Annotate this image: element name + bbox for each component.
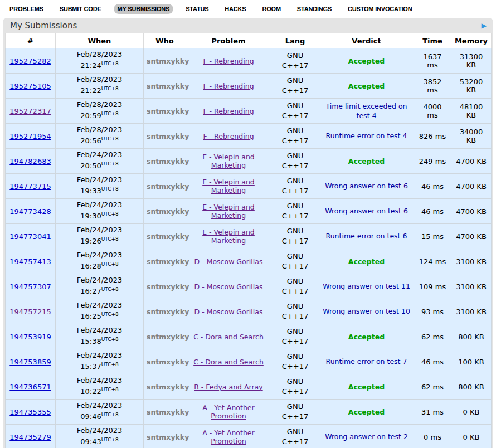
when-text: Feb/24/202319:30UTC+8 bbox=[59, 200, 140, 222]
submission-link[interactable]: 194773041 bbox=[9, 232, 51, 241]
memory-cell: 100 KB bbox=[451, 349, 492, 374]
when-text: Feb/28/202320:59UTC+8 bbox=[59, 100, 140, 121]
nav-item-custom-invocation[interactable]: CUSTOM INVOCATION bbox=[344, 4, 416, 14]
submission-link[interactable]: 194773715 bbox=[9, 182, 51, 191]
memory-cell: 0 KB bbox=[451, 400, 492, 425]
submission-link[interactable]: 194753919 bbox=[9, 333, 51, 341]
user-link[interactable]: sntmxykky bbox=[147, 257, 189, 266]
nav-item-standings[interactable]: STANDINGS bbox=[293, 4, 335, 14]
nav-item-problems[interactable]: PROBLEMS bbox=[6, 4, 47, 14]
problem-link[interactable]: B - Fedya and Array bbox=[194, 383, 262, 391]
user-link[interactable]: sntmxykky bbox=[147, 182, 189, 191]
table-row: 194782683Feb/24/202320:50UTC+8sntmxykkyE… bbox=[6, 149, 492, 174]
submission-id-cell: 194757215 bbox=[6, 299, 56, 324]
memory-cell: 4700 KB bbox=[451, 224, 492, 249]
problem-link[interactable]: C - Dora and Search bbox=[193, 358, 264, 366]
problem-link[interactable]: F - Rebrending bbox=[203, 132, 254, 140]
when-cell: Feb/24/202309:46UTC+8 bbox=[56, 400, 144, 425]
when-text: Feb/28/202321:22UTC+8 bbox=[59, 75, 140, 96]
verdict-text: Accepted bbox=[348, 157, 385, 165]
user-link[interactable]: sntmxykky bbox=[147, 333, 189, 341]
lang-cell: GNU C++17 bbox=[271, 374, 319, 400]
user-link[interactable]: sntmxykky bbox=[147, 383, 189, 391]
submission-link[interactable]: 194757307 bbox=[9, 283, 51, 291]
user-link[interactable]: sntmxykky bbox=[147, 132, 189, 140]
problem-link[interactable]: F - Rebrending bbox=[203, 57, 254, 65]
expand-arrow-icon[interactable]: ▶ bbox=[482, 22, 487, 30]
verdict-text: Accepted bbox=[348, 57, 385, 65]
who-cell: sntmxykky bbox=[144, 400, 186, 425]
user-link[interactable]: sntmxykky bbox=[147, 408, 189, 416]
nav-item-room[interactable]: ROOM bbox=[258, 4, 284, 14]
problem-link[interactable]: D - Moscow Gorillas bbox=[194, 308, 263, 316]
verdict-cell: Accepted bbox=[319, 400, 414, 425]
problem-cell: F - Rebrending bbox=[186, 74, 271, 99]
problem-link[interactable]: D - Moscow Gorillas bbox=[194, 283, 263, 291]
when-text: Feb/24/202319:33UTC+8 bbox=[59, 175, 140, 197]
submission-id-cell: 195271954 bbox=[6, 124, 56, 149]
submission-link[interactable]: 195275282 bbox=[9, 57, 51, 65]
table-row: 194757307Feb/24/202316:27UTC+8sntmxykkyD… bbox=[6, 274, 492, 299]
submission-link[interactable]: 194753859 bbox=[9, 358, 51, 366]
verdict-cell: Accepted bbox=[319, 249, 414, 274]
lang-cell: GNU C++17 bbox=[271, 274, 319, 299]
when-text: Feb/28/202320:56UTC+8 bbox=[59, 125, 140, 147]
problem-cell: E - Velepin and Marketing bbox=[186, 174, 271, 199]
submission-link[interactable]: 194736571 bbox=[9, 383, 51, 391]
problem-link[interactable]: D - Moscow Gorillas bbox=[194, 257, 263, 266]
time-cell: 109 ms bbox=[414, 274, 451, 299]
lang-cell: GNU C++17 bbox=[271, 149, 319, 174]
verdict-cell: Wrong answer on test 11 bbox=[319, 274, 414, 299]
problem-link[interactable]: E - Velepin and Marketing bbox=[202, 228, 255, 245]
time-cell: 93 ms bbox=[414, 299, 451, 324]
verdict-cell: Accepted bbox=[319, 324, 414, 349]
submission-link[interactable]: 195272317 bbox=[9, 107, 51, 115]
submission-link[interactable]: 195275105 bbox=[9, 82, 51, 90]
when-cell: Feb/28/202320:59UTC+8 bbox=[56, 99, 144, 124]
submission-link[interactable]: 194782683 bbox=[9, 157, 51, 165]
when-cell: Feb/24/202319:30UTC+8 bbox=[56, 199, 144, 224]
nav-item-submit-code[interactable]: SUBMIT CODE bbox=[56, 4, 105, 14]
verdict-text: Accepted bbox=[348, 383, 385, 391]
user-link[interactable]: sntmxykky bbox=[147, 107, 189, 115]
memory-cell: 53200 KB bbox=[451, 74, 492, 99]
memory-cell: 4700 KB bbox=[451, 174, 492, 199]
problem-link[interactable]: C - Dora and Search bbox=[193, 333, 264, 341]
problem-link[interactable]: E - Velepin and Marketing bbox=[202, 178, 255, 194]
memory-cell: 800 KB bbox=[451, 324, 492, 349]
time-cell: 46 ms bbox=[414, 349, 451, 374]
problem-link[interactable]: F - Rebrending bbox=[203, 82, 254, 90]
user-link[interactable]: sntmxykky bbox=[147, 157, 189, 165]
user-link[interactable]: sntmxykky bbox=[147, 57, 189, 65]
contest-nav: PROBLEMSSUBMIT CODEMY SUBMISSIONSSTATUSH… bbox=[0, 0, 496, 17]
user-link[interactable]: sntmxykky bbox=[147, 82, 189, 90]
submission-link[interactable]: 194757215 bbox=[9, 308, 51, 316]
nav-item-status[interactable]: STATUS bbox=[182, 4, 212, 14]
user-link[interactable]: sntmxykky bbox=[147, 308, 189, 316]
submission-link[interactable]: 194735279 bbox=[9, 433, 51, 441]
submission-link[interactable]: 194757413 bbox=[9, 257, 51, 266]
column-header-time: Time bbox=[414, 33, 451, 48]
problem-link[interactable]: A - Yet Another Promotion bbox=[202, 403, 254, 420]
problem-link[interactable]: E - Velepin and Marketing bbox=[202, 153, 255, 169]
problem-link[interactable]: A - Yet Another Promotion bbox=[202, 428, 254, 445]
who-cell: sntmxykky bbox=[144, 274, 186, 299]
problem-cell: E - Velepin and Marketing bbox=[186, 199, 271, 224]
problem-link[interactable]: F - Rebrending bbox=[203, 107, 254, 115]
nav-item-hacks[interactable]: HACKS bbox=[221, 4, 250, 14]
user-link[interactable]: sntmxykky bbox=[147, 207, 189, 216]
user-link[interactable]: sntmxykky bbox=[147, 232, 189, 241]
submission-link[interactable]: 195271954 bbox=[9, 132, 51, 140]
submission-link[interactable]: 194735355 bbox=[9, 408, 51, 416]
submissions-table: #WhenWhoProblemLangVerdictTimeMemory 195… bbox=[5, 33, 492, 448]
memory-cell: 3100 KB bbox=[451, 249, 492, 274]
time-cell: 62 ms bbox=[414, 324, 451, 349]
verdict-cell: Time limit exceeded on test 4 bbox=[319, 99, 414, 124]
table-row: 195272317Feb/28/202320:59UTC+8sntmxykkyF… bbox=[6, 99, 492, 124]
nav-item-my-submissions[interactable]: MY SUBMISSIONS bbox=[114, 4, 174, 14]
problem-link[interactable]: E - Velepin and Marketing bbox=[202, 203, 255, 220]
user-link[interactable]: sntmxykky bbox=[147, 358, 189, 366]
submission-link[interactable]: 194773428 bbox=[9, 207, 51, 216]
user-link[interactable]: sntmxykky bbox=[147, 283, 189, 291]
user-link[interactable]: sntmxykky bbox=[147, 433, 189, 441]
